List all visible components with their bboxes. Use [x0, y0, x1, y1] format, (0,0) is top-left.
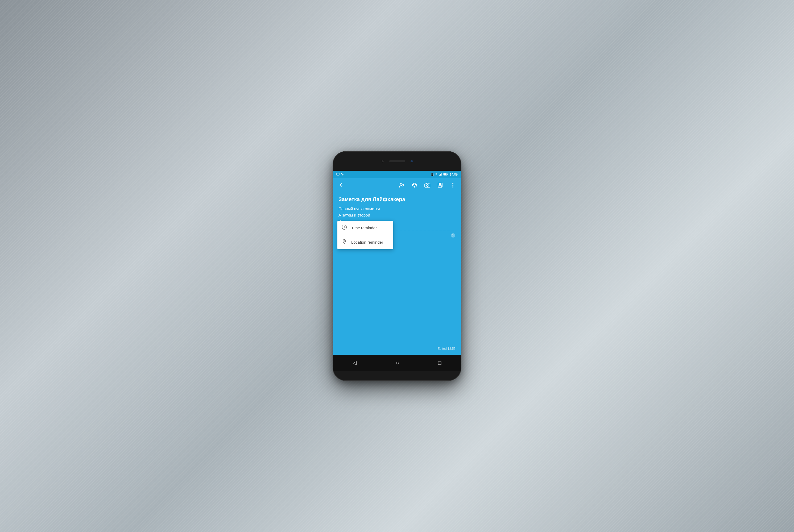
front-camera [381, 160, 384, 163]
add-person-button[interactable] [396, 179, 408, 191]
settings-icon [341, 173, 344, 176]
time-reminder-option[interactable]: Time reminder [337, 221, 393, 235]
svg-rect-5 [441, 173, 441, 175]
svg-rect-2 [439, 175, 439, 175]
svg-point-15 [414, 186, 415, 187]
speaker [389, 160, 405, 162]
svg-point-23 [452, 187, 453, 188]
nav-back-button[interactable]: ◁ [350, 357, 359, 369]
svg-point-1 [342, 174, 343, 175]
dropdown-menu: Time reminder Location reminder [337, 221, 393, 249]
svg-rect-6 [442, 173, 442, 175]
clock-icon [342, 225, 347, 231]
nav-recent-button[interactable]: □ [435, 357, 444, 369]
phone-device: 📳 [333, 152, 461, 380]
status-left-icons [336, 173, 344, 176]
note-content: Заметка для Лайфхакера Первый пункт заме… [333, 192, 461, 355]
note-line-2: А затем и второй [338, 212, 456, 218]
svg-point-22 [452, 185, 453, 186]
time-reminder-label: Time reminder [351, 226, 377, 230]
svg-point-21 [452, 183, 453, 184]
battery-icon [443, 173, 448, 176]
svg-point-10 [400, 183, 402, 185]
svg-rect-4 [440, 174, 441, 175]
location-reminder-label: Location reminder [351, 240, 383, 244]
reminder-close-button[interactable] [451, 233, 456, 239]
svg-point-12 [413, 184, 414, 185]
camera-button[interactable] [421, 179, 433, 191]
svg-point-13 [414, 184, 415, 184]
status-right-icons: 📳 [431, 173, 458, 176]
nav-bar: ◁ ○ □ [333, 355, 461, 371]
nav-home-button[interactable]: ○ [393, 357, 401, 369]
sensor [411, 160, 413, 162]
svg-rect-9 [447, 174, 448, 175]
svg-point-14 [415, 184, 416, 185]
top-bezel [333, 152, 461, 171]
screen: 📳 [333, 171, 461, 355]
svg-rect-16 [425, 184, 430, 187]
time-display: 14:09 [450, 173, 458, 176]
edited-timestamp: Edited 13:55 [438, 347, 456, 350]
more-button[interactable] [447, 179, 459, 191]
svg-rect-8 [443, 173, 447, 175]
svg-rect-20 [439, 185, 441, 187]
signal-icon [439, 173, 442, 176]
svg-point-27 [344, 240, 345, 241]
location-icon [342, 239, 347, 246]
svg-rect-3 [439, 174, 440, 175]
palette-button[interactable] [409, 179, 420, 191]
save-button[interactable] [434, 179, 446, 191]
vibrate-icon: 📳 [431, 173, 434, 176]
gallery-icon [336, 173, 340, 176]
svg-point-17 [427, 185, 429, 187]
status-bar: 📳 [333, 171, 461, 178]
wifi-icon [435, 173, 438, 176]
toolbar [333, 178, 461, 192]
svg-rect-19 [439, 183, 441, 185]
note-title: Заметка для Лайфхакера [338, 196, 456, 203]
note-line-1: Первый пункт заметки [338, 206, 456, 212]
location-reminder-option[interactable]: Location reminder [337, 235, 393, 249]
bottom-bezel [333, 371, 461, 380]
back-button[interactable] [335, 179, 347, 191]
